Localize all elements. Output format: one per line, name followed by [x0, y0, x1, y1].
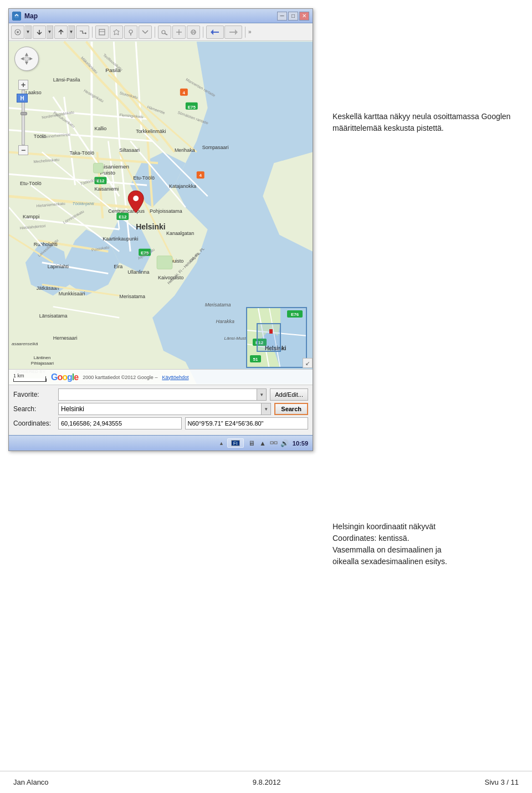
- scale-bar: 1 km: [13, 373, 47, 382]
- toolbar-separator-2: [155, 27, 155, 38]
- app-window: Map ─ □ ✕ ▼ ▼ ▼: [8, 8, 313, 451]
- toolbar-dropdown-2[interactable]: ▼: [47, 25, 53, 39]
- taskbar-time: 10:59: [293, 440, 308, 447]
- favorite-select-wrapper: ▼: [58, 388, 267, 401]
- coords-decimal-input[interactable]: [58, 417, 182, 429]
- toolbar-dropdown-3[interactable]: ▼: [68, 25, 75, 39]
- svg-rect-141: [257, 324, 280, 351]
- terms-link[interactable]: Käyttöehdot: [162, 375, 188, 380]
- toolbar-btn-1[interactable]: [11, 25, 24, 39]
- svg-rect-144: [274, 442, 277, 444]
- footer: Jan Alanco 9.8.2012 Sivu 3 / 11: [0, 771, 532, 793]
- taskbar-flag-item: FI: [227, 438, 244, 448]
- svg-marker-14: [211, 29, 219, 35]
- toolbar-btn-fwd[interactable]: [224, 25, 242, 39]
- svg-text:Lapinlahti: Lapinlahti: [48, 264, 69, 269]
- maximize-button[interactable]: □: [288, 12, 298, 21]
- toolbar-more[interactable]: »: [248, 29, 252, 35]
- close-button[interactable]: ✕: [299, 12, 309, 21]
- svg-text:Eira: Eira: [114, 264, 122, 269]
- scale-ruler: [13, 378, 47, 382]
- toolbar-btn-6[interactable]: [110, 25, 123, 39]
- svg-text:Kallio: Kallio: [94, 126, 106, 131]
- toolbar-btn-8[interactable]: [139, 25, 152, 39]
- search-select-wrapper: Helsinki ▼: [58, 403, 271, 415]
- title-bar-controls: ─ □ ✕: [277, 12, 309, 21]
- form-area: Favorite: ▼ Add/Edit... Search: Helsinki…: [9, 385, 313, 435]
- toolbar-btn-9[interactable]: [158, 25, 171, 39]
- svg-marker-15: [229, 29, 238, 35]
- svg-point-2: [17, 31, 19, 33]
- zoom-out-button[interactable]: −: [18, 145, 28, 155]
- toolbar-btn-7[interactable]: [124, 25, 137, 39]
- search-label: Search:: [13, 405, 55, 413]
- favorite-row: Favorite: ▼ Add/Edit...: [13, 388, 308, 401]
- svg-rect-143: [270, 442, 273, 444]
- zoom-controls: + −: [18, 80, 28, 155]
- svg-rect-121: [93, 163, 103, 173]
- title-bar: Map ─ □ ✕: [9, 9, 313, 23]
- minimize-button[interactable]: ─: [277, 12, 287, 21]
- description-bottom: Helsingin koordinaatit näkyvätCoordinate…: [332, 521, 521, 567]
- search-row: Search: Helsinki ▼ Search: [13, 403, 308, 415]
- map-app-icon: [12, 12, 21, 21]
- svg-point-6: [129, 30, 132, 33]
- toolbar-btn-3[interactable]: [54, 25, 68, 39]
- svg-marker-3: [85, 32, 86, 34]
- footer-page: Sivu 3 / 11: [485, 778, 519, 786]
- search-select[interactable]: Helsinki: [58, 403, 271, 415]
- svg-marker-124: [25, 62, 28, 65]
- taskbar-icons: 🖥 ▲ 🔊: [247, 439, 289, 448]
- favorite-select[interactable]: [58, 388, 267, 401]
- svg-text:Kaisaniemi: Kaisaniemi: [94, 186, 119, 192]
- svg-text:Länsi-Pasila: Länsi-Pasila: [53, 77, 80, 83]
- coords-sexadecimal-input[interactable]: [185, 417, 309, 429]
- toolbar-btn-2[interactable]: [33, 25, 46, 39]
- svg-text:Merihaka: Merihaka: [175, 147, 195, 153]
- svg-text:Etu-Töölö: Etu-Töölö: [20, 181, 42, 186]
- svg-text:Merisatama: Merisatama: [119, 294, 145, 299]
- toolbar-separator-3: [203, 27, 203, 38]
- addedit-button[interactable]: Add/Edit...: [270, 388, 308, 401]
- svg-marker-126: [29, 57, 33, 60]
- toolbar-separator-1: [92, 27, 93, 38]
- svg-text:Länsi-Musta: Länsi-Musta: [224, 336, 249, 341]
- svg-text:Töölänjahti: Töölänjahti: [73, 201, 94, 206]
- svg-line-9: [165, 33, 168, 35]
- svg-text:Kanaalgatan: Kanaalgatan: [166, 231, 194, 236]
- toolbar-separator-4: [245, 27, 245, 38]
- app-taskbar: ▲ FI 🖥 ▲ 🔊 10:59: [9, 435, 313, 451]
- toolbar-dropdown-1[interactable]: ▼: [25, 25, 32, 39]
- description-top: Keskellä karttaa näkyy neula osoittamass…: [332, 111, 521, 134]
- flag-icon: FI: [231, 440, 240, 446]
- svg-text:Etu-Töölö: Etu-Töölö: [133, 175, 155, 181]
- taskbar-arrow[interactable]: ▲: [219, 441, 224, 446]
- svg-text:Taka-Töölö: Taka-Töölö: [70, 150, 94, 156]
- toolbar-btn-10[interactable]: [172, 25, 186, 39]
- toolbar-btn-back[interactable]: [206, 25, 224, 39]
- footer-date: 9.8.2012: [253, 778, 281, 786]
- map-bottom-bar: 1 km Google 2000 karttatiedot ©2012 Goog…: [9, 369, 313, 385]
- map-copyright: 2000 karttatiedot ©2012 Google –: [83, 375, 157, 380]
- map-resize-corner[interactable]: ↙: [303, 358, 313, 368]
- toolbar-btn-11[interactable]: [187, 25, 200, 39]
- google-logo: Google: [51, 372, 78, 382]
- map-inset: E76 E12 51 Helsinki: [246, 307, 307, 368]
- zoom-thumb[interactable]: [21, 112, 27, 115]
- svg-point-119: [133, 196, 139, 201]
- svg-text:Harakka: Harakka: [216, 319, 234, 324]
- speaker-icon: 🔊: [280, 439, 289, 448]
- toolbar: ▼ ▼ ▼: [9, 23, 313, 41]
- svg-text:Siltasaari: Siltasaari: [119, 147, 140, 153]
- svg-text:Munkkisaari: Munkkisaari: [59, 291, 85, 296]
- svg-point-127: [24, 57, 29, 61]
- coords-inputs: [58, 417, 308, 429]
- zoom-in-button[interactable]: +: [18, 80, 28, 90]
- pan-control[interactable]: [14, 47, 39, 71]
- toolbar-btn-5[interactable]: [95, 25, 109, 39]
- svg-point-8: [162, 30, 165, 34]
- toolbar-btn-4[interactable]: [76, 25, 89, 39]
- map-area: E75 E12 E12 E75 4 4 Länsi-Pasila Pasila …: [9, 41, 313, 385]
- svg-text:4: 4: [200, 173, 202, 178]
- search-button[interactable]: Search: [274, 403, 308, 415]
